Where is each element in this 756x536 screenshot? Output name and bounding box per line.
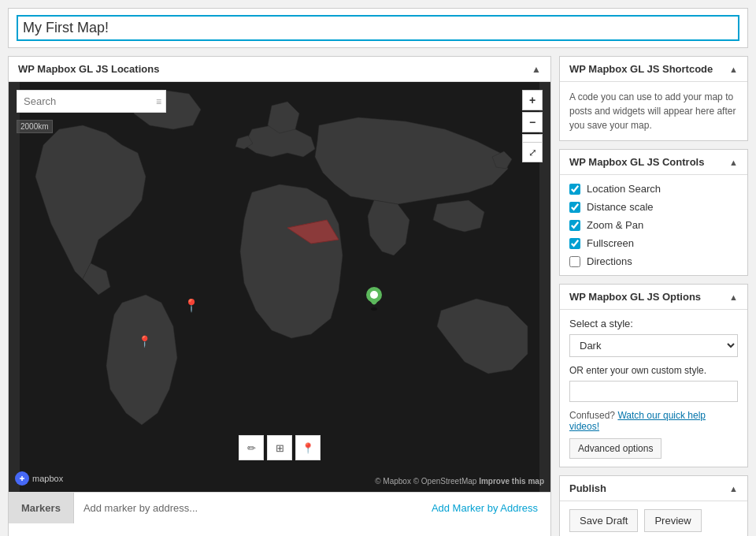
control-distance-scale: Distance scale <box>569 201 738 213</box>
distance-scale-label[interactable]: Distance scale <box>587 201 654 213</box>
black-marker-2: 📍 <box>138 335 152 348</box>
zoom-pan-checkbox[interactable] <box>569 220 580 231</box>
pin-button[interactable]: 📍 <box>295 435 321 460</box>
map-attribution: © Mapbox © OpenStreetMap Improve this ma… <box>375 477 544 486</box>
confused-text: Confused? Watch our quick help videos! <box>569 410 738 432</box>
zoom-out-button[interactable]: − <box>522 112 543 132</box>
location-search-checkbox[interactable] <box>569 184 580 195</box>
map-search-input[interactable] <box>17 90 166 113</box>
style-select[interactable]: Dark Light Streets Satellite Outdoors <box>569 334 738 357</box>
options-widget-body: Select a style: Dark Light Streets Satel… <box>560 310 747 467</box>
controls-widget-body: Location Search Distance scale Zoom & Pa… <box>560 175 747 275</box>
markers-tab[interactable]: Markers <box>9 493 74 523</box>
shape-button[interactable]: ⊞ <box>267 435 292 460</box>
style-select-label: Select a style: <box>569 318 738 329</box>
mapbox-logo: mapbox <box>15 471 63 486</box>
search-icon: ≡ <box>156 96 161 107</box>
directions-checkbox[interactable] <box>569 256 580 267</box>
advanced-options-button[interactable]: Advanced options <box>569 438 662 459</box>
shortcode-widget: WP Mapbox GL JS Shortcode ▲ A code you c… <box>559 56 748 141</box>
svg-text:📍: 📍 <box>183 298 199 313</box>
controls-title: WP Mapbox GL JS Controls <box>569 156 704 168</box>
fullscreen-label[interactable]: Fullscreen <box>587 237 634 249</box>
controls-widget: WP Mapbox GL JS Controls ▲ Location Sear… <box>559 149 748 276</box>
improve-map-link[interactable]: Improve this map <box>479 477 544 486</box>
publish-widget: Publish ▲ Save Draft Preview 🔑 Status: D… <box>559 475 748 536</box>
directions-label[interactable]: Directions <box>587 255 632 267</box>
options-widget-header: WP Mapbox GL JS Options ▲ <box>560 285 747 310</box>
title-bar <box>8 8 748 48</box>
svg-point-2 <box>371 307 377 311</box>
options-widget: WP Mapbox GL JS Options ▲ Select a style… <box>559 284 748 467</box>
draw-button[interactable]: ✏ <box>239 435 264 460</box>
map-container[interactable]: 📍 📍 ≡ 2000km + <box>9 82 550 492</box>
controls-widget-header: WP Mapbox GL JS Controls ▲ <box>560 150 747 175</box>
locations-panel: WP Mapbox GL JS Locations ▲ <box>8 56 551 536</box>
location-search-label[interactable]: Location Search <box>587 183 661 195</box>
locations-panel-header: WP Mapbox GL JS Locations ▲ <box>9 57 550 82</box>
publish-widget-header: Publish ▲ <box>560 476 747 501</box>
map-svg: 📍 📍 <box>9 82 550 492</box>
save-draft-button[interactable]: Save Draft <box>569 509 638 532</box>
publish-widget-body: Save Draft Preview 🔑 Status: Draft Edit <box>560 501 747 536</box>
shortcode-description: A code you can use to add your map to po… <box>569 90 738 132</box>
main-content: WP Mapbox GL JS Locations ▲ <box>0 48 756 536</box>
add-marker-text: Add marker by address... <box>74 496 419 520</box>
fullscreen-button[interactable]: ⤢ <box>522 142 543 162</box>
svg-point-4 <box>370 291 378 299</box>
attribution-text: © Mapbox © OpenStreetMap <box>375 477 476 486</box>
publish-actions: Save Draft Preview <box>569 509 738 532</box>
locations-panel-title: WP Mapbox GL JS Locations <box>18 63 159 75</box>
custom-style-input[interactable] <box>569 381 738 402</box>
map-title-input[interactable] <box>17 15 739 41</box>
shortcode-collapse[interactable]: ▲ <box>729 65 738 74</box>
fullscreen-checkbox[interactable] <box>569 238 580 249</box>
controls-collapse[interactable]: ▲ <box>729 158 738 167</box>
distance-scale-checkbox[interactable] <box>569 202 580 213</box>
mapbox-logo-text: mapbox <box>32 474 63 483</box>
publish-title: Publish <box>569 482 606 494</box>
custom-style-label: OR enter your own custom style. <box>569 365 738 376</box>
map-bottom-controls: ✏ ⊞ 📍 <box>239 435 321 460</box>
map-search: ≡ <box>17 90 166 113</box>
map-scale: 2000km <box>17 120 53 133</box>
svg-text:📍: 📍 <box>138 335 152 348</box>
right-panel: WP Mapbox GL JS Shortcode ▲ A code you c… <box>559 56 748 536</box>
shortcode-title: WP Mapbox GL JS Shortcode <box>569 63 713 75</box>
options-collapse[interactable]: ▲ <box>729 292 738 302</box>
control-directions: Directions <box>569 255 738 267</box>
preview-button[interactable]: Preview <box>644 509 701 532</box>
add-marker-button[interactable]: Add Marker by Address <box>419 496 550 520</box>
black-marker-1: 📍 <box>183 298 199 313</box>
zoom-pan-label[interactable]: Zoom & Pan <box>587 219 643 231</box>
markers-bar: Markers Add marker by address... Add Mar… <box>9 492 550 523</box>
control-zoom-pan: Zoom & Pan <box>569 219 738 231</box>
control-location-search: Location Search <box>569 183 738 195</box>
publish-collapse[interactable]: ▲ <box>729 484 738 493</box>
control-fullscreen: Fullscreen <box>569 237 738 249</box>
locations-panel-collapse[interactable]: ▲ <box>532 64 541 75</box>
shortcode-widget-header: WP Mapbox GL JS Shortcode ▲ <box>560 57 747 82</box>
options-title: WP Mapbox GL JS Options <box>569 291 701 303</box>
shortcode-widget-body: A code you can use to add your map to po… <box>560 82 747 140</box>
zoom-in-button[interactable]: + <box>522 90 543 110</box>
mapbox-logo-icon <box>15 471 29 486</box>
